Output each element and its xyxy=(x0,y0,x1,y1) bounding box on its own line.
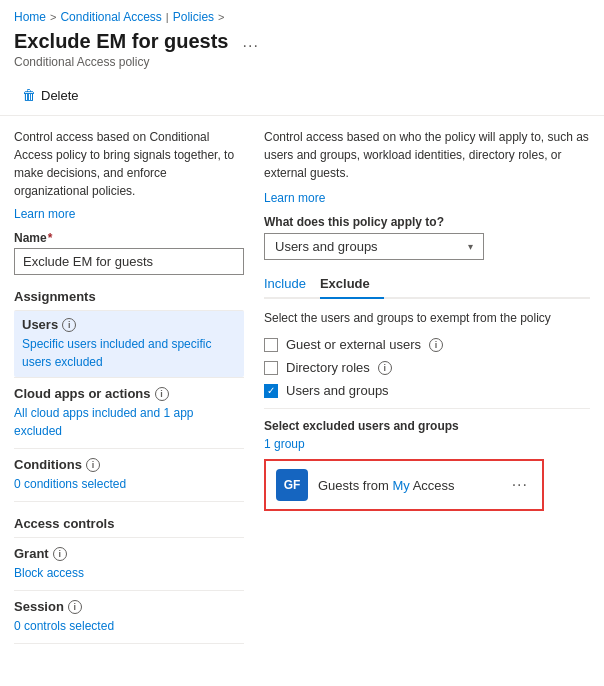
checkbox-guest-control[interactable] xyxy=(264,338,278,352)
group-avatar: GF xyxy=(276,469,308,501)
policy-question: What does this policy apply to? xyxy=(264,215,590,229)
checkbox-guest-label: Guest or external users xyxy=(286,337,421,352)
checkbox-directory-control[interactable] xyxy=(264,361,278,375)
divider xyxy=(264,408,590,409)
session-label: Session i xyxy=(14,599,244,614)
checkbox-users-groups-label: Users and groups xyxy=(286,383,389,398)
checkbox-users-groups-control[interactable] xyxy=(264,384,278,398)
grant-label: Grant i xyxy=(14,546,244,561)
directory-info-icon[interactable]: i xyxy=(378,361,392,375)
checkbox-users-groups: Users and groups xyxy=(264,383,590,398)
right-panel: Control access based on who the policy w… xyxy=(264,128,590,644)
left-learn-more[interactable]: Learn more xyxy=(14,207,75,221)
assignments-header: Assignments xyxy=(14,289,244,304)
grant-value[interactable]: Block access xyxy=(14,564,244,582)
group-name-prefix: Guests from xyxy=(318,478,392,493)
group-name-suffix: Access xyxy=(410,478,455,493)
group-more-button[interactable]: ··· xyxy=(508,474,532,496)
group-item-card: GF Guests from My Access ··· xyxy=(264,459,544,511)
checkbox-directory: Directory roles i xyxy=(264,360,590,375)
checkbox-directory-label: Directory roles xyxy=(286,360,370,375)
exclude-section-desc: Select the users and groups to exempt fr… xyxy=(264,309,590,327)
group-name: Guests from My Access xyxy=(318,478,498,493)
users-section: Users i Specific users included and spec… xyxy=(14,310,244,377)
breadcrumb: Home > Conditional Access | Policies > xyxy=(0,0,604,28)
breadcrumb-conditional-access[interactable]: Conditional Access xyxy=(60,10,161,24)
cloud-apps-label: Cloud apps or actions i xyxy=(14,386,244,401)
ellipsis-button[interactable]: ... xyxy=(237,31,265,53)
conditions-label: Conditions i xyxy=(14,457,244,472)
trash-icon: 🗑 xyxy=(22,87,36,103)
breadcrumb-home[interactable]: Home xyxy=(14,10,46,24)
grant-info-icon[interactable]: i xyxy=(53,547,67,561)
page-title: Exclude EM for guests xyxy=(14,30,229,53)
policy-dropdown-value: Users and groups xyxy=(275,239,378,254)
cloud-apps-value[interactable]: All cloud apps included and 1 app exclud… xyxy=(14,404,244,440)
tab-exclude[interactable]: Exclude xyxy=(320,270,384,299)
excluded-section-label: Select excluded users and groups xyxy=(264,419,590,433)
right-description: Control access based on who the policy w… xyxy=(264,128,590,182)
name-label: Name* xyxy=(14,231,244,245)
delete-label: Delete xyxy=(41,88,79,103)
page-subtitle: Conditional Access policy xyxy=(0,53,604,77)
users-info-icon[interactable]: i xyxy=(62,318,76,332)
guest-info-icon[interactable]: i xyxy=(429,338,443,352)
checkbox-guest: Guest or external users i xyxy=(264,337,590,352)
right-learn-more[interactable]: Learn more xyxy=(264,191,325,205)
breadcrumb-sep2: | xyxy=(166,11,169,23)
conditions-value[interactable]: 0 conditions selected xyxy=(14,475,244,493)
cloud-apps-section: Cloud apps or actions i All cloud apps i… xyxy=(14,377,244,448)
conditions-info-icon[interactable]: i xyxy=(86,458,100,472)
tab-include[interactable]: Include xyxy=(264,270,320,299)
session-info-icon[interactable]: i xyxy=(68,600,82,614)
grant-section: Grant i Block access xyxy=(14,537,244,590)
chevron-down-icon: ▾ xyxy=(468,241,473,252)
required-star: * xyxy=(48,231,53,245)
users-label: Users i xyxy=(22,317,236,332)
page-title-row: Exclude EM for guests ... xyxy=(0,28,604,53)
group-count[interactable]: 1 group xyxy=(264,437,590,451)
left-panel: Control access based on Conditional Acce… xyxy=(14,128,244,644)
main-content: Control access based on Conditional Acce… xyxy=(0,116,604,644)
cloud-apps-prefix: All cloud apps included and xyxy=(14,406,160,420)
breadcrumb-policies[interactable]: Policies xyxy=(173,10,214,24)
users-value[interactable]: Specific users included and specific use… xyxy=(22,335,236,371)
session-value[interactable]: 0 controls selected xyxy=(14,617,244,635)
toolbar: 🗑 Delete xyxy=(0,77,604,116)
policy-dropdown[interactable]: Users and groups ▾ xyxy=(264,233,484,260)
name-section: Name* xyxy=(14,231,244,275)
access-controls-header: Access controls xyxy=(14,516,244,531)
session-section: Session i 0 controls selected xyxy=(14,590,244,644)
breadcrumb-sep3: > xyxy=(218,11,224,23)
breadcrumb-sep1: > xyxy=(50,11,56,23)
tabs-row: Include Exclude xyxy=(264,270,590,299)
delete-button[interactable]: 🗑 Delete xyxy=(14,83,87,107)
group-name-highlight: My xyxy=(392,478,409,493)
left-description: Control access based on Conditional Acce… xyxy=(14,128,244,200)
cloud-apps-info-icon[interactable]: i xyxy=(155,387,169,401)
name-input[interactable] xyxy=(14,248,244,275)
conditions-section: Conditions i 0 conditions selected xyxy=(14,448,244,502)
